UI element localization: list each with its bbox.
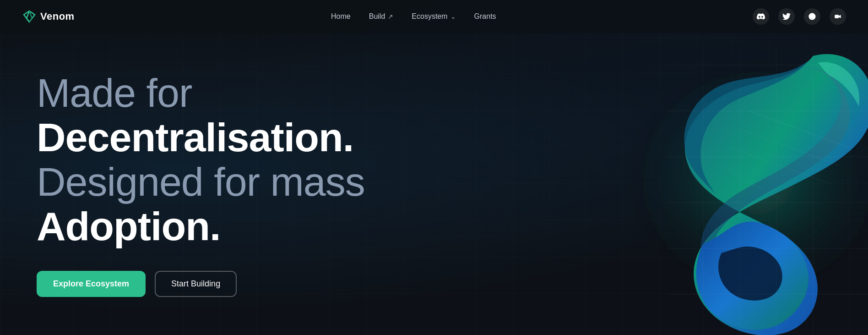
gitbook-icon[interactable] [804, 8, 820, 25]
hero-graphic [529, 33, 868, 335]
build-external-arrow: ↗ [388, 13, 393, 20]
hero-section: Made for Decentralisation. Designed for … [0, 33, 868, 335]
twitter-icon[interactable] [778, 8, 795, 25]
ecosystem-dropdown-arrow: ⌄ [450, 13, 456, 20]
nav-menu: Home Build ↗ Ecosystem ⌄ Grants [331, 12, 496, 21]
hero-title: Made for Decentralisation. Designed for … [37, 71, 449, 248]
hero-line1: Made for Decentralisation. [37, 71, 449, 160]
venom-logo-icon [22, 9, 37, 24]
hero-content: Made for Decentralisation. Designed for … [37, 71, 449, 297]
nav-grants[interactable]: Grants [474, 12, 496, 21]
ribbon-svg [529, 33, 868, 335]
start-building-button[interactable]: Start Building [155, 271, 237, 297]
nav-ecosystem[interactable]: Ecosystem ⌄ [412, 12, 456, 21]
nav-home[interactable]: Home [331, 12, 351, 21]
logo-text: Venom [40, 11, 75, 22]
nav-build[interactable]: Build ↗ [369, 12, 394, 21]
hero-buttons: Explore Ecosystem Start Building [37, 271, 449, 297]
logo-area: Venom [22, 9, 75, 24]
hero-line2: Designed for mass Adoption. [37, 160, 449, 249]
discord-icon[interactable] [753, 8, 769, 25]
video-icon[interactable] [830, 8, 846, 25]
social-links [753, 8, 846, 25]
navbar: Venom Home Build ↗ Ecosystem ⌄ Grants [0, 0, 868, 33]
explore-ecosystem-button[interactable]: Explore Ecosystem [37, 271, 146, 297]
